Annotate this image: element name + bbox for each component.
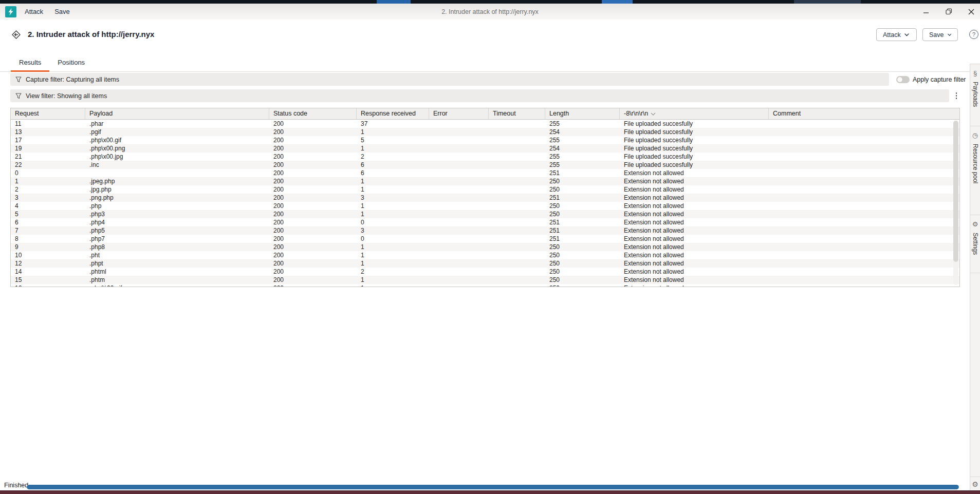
table-cell [489,251,545,259]
window-title: 2. Intruder attack of http://jerry.nyx [0,8,980,15]
attack-dropdown-button[interactable]: Attack [876,28,917,41]
save-dropdown-button[interactable]: Save [922,28,958,41]
sidebar-item-payloads[interactable]: § Payloads [970,64,980,126]
table-row[interactable]: 22.inc2006255File uploaded succesfully [11,161,959,169]
table-cell [489,259,545,268]
table-cell: 9 [11,243,85,251]
table-cell: 6 [11,218,85,226]
table-scrollbar[interactable] [953,121,958,285]
table-row[interactable]: 10.pht2001250Extension not allowed [11,251,959,259]
table-row[interactable]: 11.phar20037255File uploaded succesfully [11,120,959,128]
funnel-icon [15,93,22,99]
table-cell [769,185,959,194]
table-row[interactable]: 21.php\x00.jpg2002255File uploaded succe… [11,153,959,161]
table-row[interactable]: 4.php2001250Extension not allowed [11,202,959,210]
restore-button[interactable] [944,7,953,16]
table-cell [429,128,489,136]
table-header-row: Request Payload Status code Response rec… [11,108,959,120]
table-row[interactable]: 14.phtml2002250Extension not allowed [11,268,959,276]
table-cell: 254 [545,144,620,153]
table-cell: 200 [269,235,357,243]
table-cell: Extension not allowed [620,218,769,226]
table-row[interactable]: 17.php\x00.gif2005255File uploaded succe… [11,136,959,144]
table-row[interactable]: 16.php%00.gif2001250Extension not allowe… [11,284,959,287]
table-cell: 1 [357,251,429,259]
table-cell [769,276,959,284]
table-cell [489,153,545,161]
table-cell: Extension not allowed [620,210,769,218]
apply-capture-filter-toggle[interactable] [896,76,910,83]
table-cell: 250 [545,185,620,194]
table-cell: .php\x00.jpg [85,153,269,161]
screen-top-strip [0,0,980,4]
table-row[interactable]: 3.png.php2003251Extension not allowed [11,194,959,202]
kebab-menu-icon[interactable] [953,90,960,101]
table-row[interactable]: 19.php\x00.png2001254File uploaded succe… [11,144,959,153]
resource-pool-icon: ◷ [971,131,979,139]
sidebar-item-resource-pool[interactable]: ◷ Resource pool [970,126,980,215]
table-cell: 37 [357,120,429,128]
page-title: 2. Intruder attack of http://jerry.nyx [28,30,154,39]
table-cell [429,276,489,284]
table-cell: .jpg.php [85,185,269,194]
table-cell: 3 [357,194,429,202]
table-row[interactable]: 8.php72000251Extension not allowed [11,235,959,243]
table-row[interactable]: 5.php32001250Extension not allowed [11,210,959,218]
column-header-comment[interactable]: Comment [769,108,959,119]
back-icon[interactable] [12,30,21,39]
column-header-error[interactable]: Error [429,108,489,119]
settings-gear-icon[interactable]: ⚙ [970,477,980,491]
capture-filter-bar[interactable]: Capture filter: Capturing all items [10,73,889,86]
table-cell [489,177,545,185]
tab-positions[interactable]: Positions [49,54,93,72]
help-icon[interactable]: ? [969,30,978,39]
minimize-button[interactable] [921,7,931,16]
table-cell [429,153,489,161]
table-cell: 200 [269,202,357,210]
table-cell: 255 [545,161,620,169]
scrollbar-thumb[interactable] [953,121,958,262]
table-cell: .pht [85,251,269,259]
attack-progress-bar [27,485,959,489]
close-button[interactable] [967,7,976,16]
column-header-timeout[interactable]: Timeout [489,108,545,119]
table-cell [489,235,545,243]
sidebar-item-settings[interactable]: ⚙ Settings [970,215,980,273]
table-row[interactable]: 6.php42000251Extension not allowed [11,218,959,226]
column-header-status-code[interactable]: Status code [269,108,357,119]
column-header-length[interactable]: Length [545,108,620,119]
top-strip-segment [602,0,633,4]
apply-capture-filter-label: Apply capture filter [913,76,966,83]
table-row[interactable]: 02006251Extension not allowed [11,169,959,177]
table-cell: Extension not allowed [620,276,769,284]
table-cell: 5 [11,210,85,218]
table-cell: 0 [357,235,429,243]
column-header-payload[interactable]: Payload [85,108,269,119]
table-cell: 255 [545,120,620,128]
tab-results[interactable]: Results [11,54,49,72]
table-row[interactable]: 12.phpt2001250Extension not allowed [11,259,959,268]
column-header-request[interactable]: Request [11,108,85,119]
table-cell: 16 [11,284,85,287]
menu-save[interactable]: Save [54,8,70,15]
table-cell: 17 [11,136,85,144]
table-cell: 200 [269,128,357,136]
table-cell: 2 [357,153,429,161]
table-row[interactable]: 15.phtm2001250Extension not allowed [11,276,959,284]
table-cell: 200 [269,161,357,169]
table-row[interactable]: 13.pgif2001254File uploaded succesfully [11,128,959,136]
table-row[interactable]: 2.jpg.php2001250Extension not allowed [11,185,959,194]
column-header-response-received[interactable]: Response received [357,108,429,119]
menu-attack[interactable]: Attack [25,8,43,15]
table-cell [429,259,489,268]
column-header-grep-extract[interactable]: -8\r\n\r\n [620,108,769,119]
table-cell [769,251,959,259]
table-row[interactable]: 7.php52003251Extension not allowed [11,226,959,235]
table-row[interactable]: 1.jpeg.php2001250Extension not allowed [11,177,959,185]
table-cell: 254 [545,128,620,136]
table-cell: 200 [269,218,357,226]
table-cell: Extension not allowed [620,259,769,268]
view-filter-bar[interactable]: View filter: Showing all items [10,89,949,102]
table-row[interactable]: 9.php82001250Extension not allowed [11,243,959,251]
table-cell: .phar [85,120,269,128]
